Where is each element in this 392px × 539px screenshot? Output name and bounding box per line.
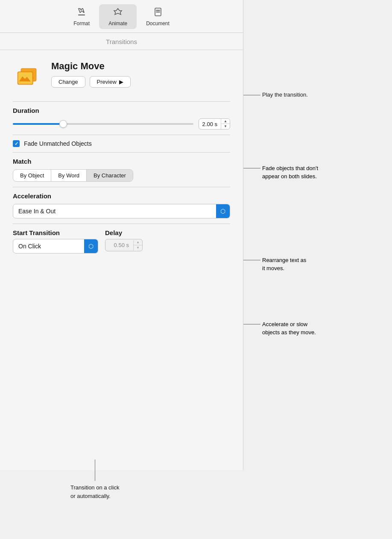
match-line <box>243 260 260 260</box>
bottom-annotation-area: Transition on a clickor automatically. <box>70 459 119 500</box>
divider-3 <box>13 152 230 153</box>
section-header: Transitions <box>0 33 243 50</box>
delay-label: Delay <box>105 229 143 236</box>
match-section: Match By Object By Word By Character <box>13 158 230 182</box>
play-icon: ▶ <box>119 79 123 85</box>
preview-line <box>243 95 260 95</box>
duration-spinner[interactable]: 2.00 s ▲ ▼ <box>199 118 230 130</box>
delay-down[interactable]: ▼ <box>134 245 142 250</box>
bottom-controls: Start Transition On Click ⬡ Delay 0.50 s… <box>13 229 230 253</box>
annotations-area: Play the transition. Fade objects that d… <box>243 0 392 385</box>
duration-section: Duration 2.00 s ▲ ▼ <box>13 107 230 130</box>
fade-label: Fade Unmatched Objects <box>24 140 92 147</box>
document-tab[interactable]: Document <box>137 4 179 29</box>
divider-1 <box>13 101 230 102</box>
chevron-updown-icon-2: ⬡ <box>88 243 94 249</box>
transition-title: Magic Move <box>51 61 131 72</box>
match-by-word[interactable]: By Word <box>51 170 87 181</box>
fade-annotation: Fade objects that don'tappear on both sl… <box>243 165 318 181</box>
divider-5 <box>13 224 230 224</box>
start-transition-label: Start Transition <box>13 229 98 236</box>
preview-button[interactable]: Preview ▶ <box>90 76 131 88</box>
match-annotation-text: Rearrange text asit moves. <box>262 256 306 273</box>
acceleration-arrow[interactable]: ⬡ <box>216 204 230 218</box>
svg-rect-9 <box>18 72 32 84</box>
start-transition-value: On Click <box>13 240 84 253</box>
document-label: Document <box>146 21 170 27</box>
svg-rect-4 <box>156 12 160 12</box>
fade-line <box>243 168 260 168</box>
delay-spinner[interactable]: 0.50 s ▲ ▼ <box>105 239 143 251</box>
acceleration-value: Ease In & Out <box>13 205 216 218</box>
acceleration-dropdown[interactable]: Ease In & Out ⬡ <box>13 204 230 218</box>
match-annotation: Rearrange text asit moves. <box>243 256 306 273</box>
format-label: Format <box>73 21 90 27</box>
match-by-object[interactable]: By Object <box>13 170 51 181</box>
fade-checkbox[interactable]: ✓ <box>13 140 20 147</box>
chevron-updown-icon: ⬡ <box>220 208 225 214</box>
preview-annotation-text: Play the transition. <box>262 91 308 99</box>
fade-annotation-text: Fade objects that don'tappear on both sl… <box>262 165 318 181</box>
acceleration-section: Acceleration Ease In & Out ⬡ <box>13 192 230 218</box>
acceleration-annotation-text: Accelerate or slowobjects as they move. <box>262 321 316 337</box>
match-by-character[interactable]: By Character <box>87 170 133 181</box>
duration-up[interactable]: ▲ <box>221 119 230 124</box>
document-icon <box>153 7 163 19</box>
duration-value: 2.00 s <box>199 119 221 129</box>
bottom-vertical-line <box>95 459 95 481</box>
acceleration-line <box>243 324 260 324</box>
animate-tab[interactable]: Animate <box>99 4 137 29</box>
divider-2 <box>13 135 230 135</box>
svg-rect-0 <box>78 15 85 15</box>
format-icon <box>76 7 87 19</box>
format-tab[interactable]: Format <box>64 4 99 29</box>
duration-label: Duration <box>13 107 230 114</box>
change-button[interactable]: Change <box>51 76 85 88</box>
svg-marker-1 <box>114 9 122 15</box>
slider-thumb[interactable] <box>59 120 67 128</box>
delay-up[interactable]: ▲ <box>134 240 142 245</box>
toolbar: Format Animate Document <box>0 0 243 33</box>
magic-move-icon <box>13 59 44 89</box>
animate-label: Animate <box>108 21 127 27</box>
match-label: Match <box>13 158 230 165</box>
transition-header: Magic Move Change Preview ▶ <box>13 59 230 95</box>
duration-down[interactable]: ▼ <box>221 124 230 129</box>
preview-annotation: Play the transition. <box>243 91 308 99</box>
acceleration-label: Acceleration <box>13 192 230 200</box>
match-segmented-control: By Object By Word By Character <box>13 169 133 182</box>
bottom-annotation-text: Transition on a clickor automatically. <box>70 483 119 500</box>
acceleration-annotation: Accelerate or slowobjects as they move. <box>243 321 316 337</box>
start-transition-arrow[interactable]: ⬡ <box>84 239 98 253</box>
slider-fill <box>13 123 63 125</box>
divider-4 <box>13 187 230 187</box>
duration-slider[interactable] <box>13 123 193 125</box>
delay-value: 0.50 s <box>105 239 133 251</box>
animate-icon <box>113 7 123 19</box>
start-transition-dropdown[interactable]: On Click ⬡ <box>13 239 98 253</box>
svg-rect-3 <box>156 10 160 11</box>
fade-unmatched-row: ✓ Fade Unmatched Objects <box>13 140 230 147</box>
